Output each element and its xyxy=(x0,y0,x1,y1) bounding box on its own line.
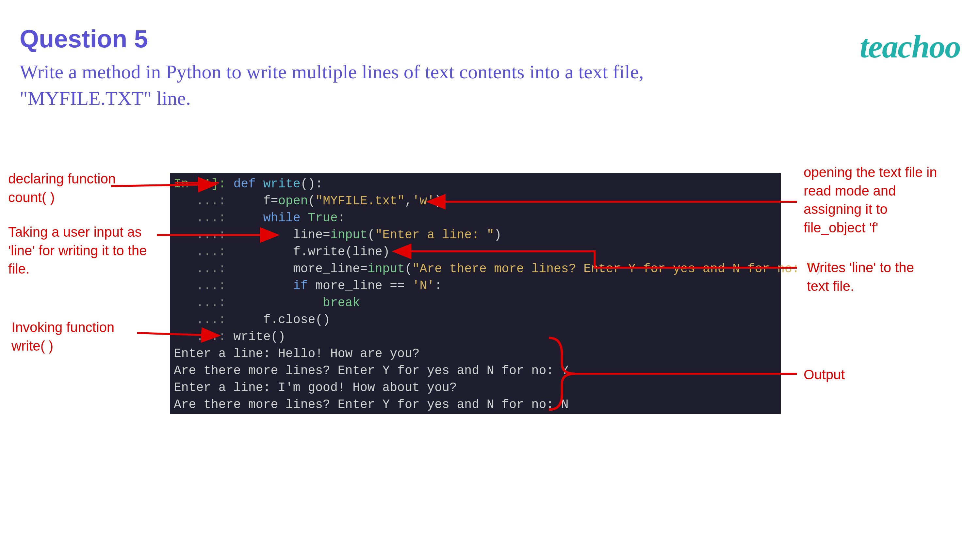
code-block: In [1]: def write(): ...: f=open("MYFILE… xyxy=(170,173,781,414)
f: f xyxy=(263,313,271,327)
prompt-in: In [1]: xyxy=(174,177,226,191)
annotation-declare: declaring function count( ) xyxy=(8,170,132,206)
input: input xyxy=(330,228,368,242)
str1: "MYFILE.txt" xyxy=(315,194,405,208)
fwrite: f.write(line) xyxy=(293,245,390,259)
colon: : xyxy=(338,211,345,225)
cont: ...: xyxy=(196,279,226,293)
annotation-output: Output xyxy=(803,365,869,384)
fclose: f.close() xyxy=(263,313,330,327)
cont: ...: xyxy=(196,245,226,259)
if: if xyxy=(293,279,308,293)
writecall: write() xyxy=(233,330,285,344)
eqeq: == xyxy=(390,279,405,293)
cont: ...: xyxy=(196,262,226,276)
fn-name: write xyxy=(263,177,301,191)
moreline2: more_line xyxy=(315,279,382,293)
lp: ( xyxy=(368,228,375,242)
comma: , xyxy=(405,194,412,208)
line: line xyxy=(293,228,323,242)
eq: = xyxy=(270,194,278,208)
p: () xyxy=(315,313,330,327)
cont: ...: xyxy=(196,194,226,208)
annotation-input: Taking a user input as 'line' for writin… xyxy=(8,223,158,278)
cont: ...: xyxy=(196,296,226,310)
eq: = xyxy=(360,262,368,276)
kw-def: def xyxy=(233,177,255,191)
out1: Enter a line: Hello! How are you? xyxy=(174,347,420,361)
fn-parens: (): xyxy=(301,177,323,191)
cont: ...: xyxy=(196,211,226,225)
question-text: Write a method in Python to write multip… xyxy=(20,59,706,112)
annotation-write: Writes 'line' to the text file. xyxy=(807,259,931,295)
out2: Are there more lines? Enter Y for yes an… xyxy=(174,364,569,378)
lp: ( xyxy=(308,194,315,208)
true: True xyxy=(308,211,338,225)
strmore: "Are there more lines? Enter Y for yes a… xyxy=(412,262,815,276)
strn: 'N' xyxy=(412,279,434,293)
question-title: Question 5 xyxy=(20,24,148,53)
eq: = xyxy=(323,228,330,242)
rp: ) xyxy=(434,194,442,208)
cont: ...: xyxy=(196,313,226,327)
out4: Are there more lines? Enter Y for yes an… xyxy=(174,398,569,411)
open-fn: open xyxy=(278,194,308,208)
annotation-open: opening the text file in read mode and a… xyxy=(803,163,951,237)
str2: 'w' xyxy=(412,194,434,208)
brand-logo: teachoo xyxy=(860,28,960,65)
close: .close xyxy=(270,313,315,327)
while: while xyxy=(263,211,301,225)
cont: ...: xyxy=(196,228,226,242)
var-f: f xyxy=(263,194,271,208)
moreline: more_line xyxy=(293,262,360,276)
out3: Enter a line: I'm good! How about you? xyxy=(174,381,457,395)
break: break xyxy=(323,296,360,310)
colon2: : xyxy=(434,279,442,293)
annotation-invoke: Invoking function write( ) xyxy=(11,318,142,355)
cont: ...: xyxy=(196,330,226,344)
input2: input xyxy=(368,262,405,276)
lp: ( xyxy=(405,262,412,276)
rp: ) xyxy=(494,228,502,242)
strline: "Enter a line: " xyxy=(375,228,494,242)
